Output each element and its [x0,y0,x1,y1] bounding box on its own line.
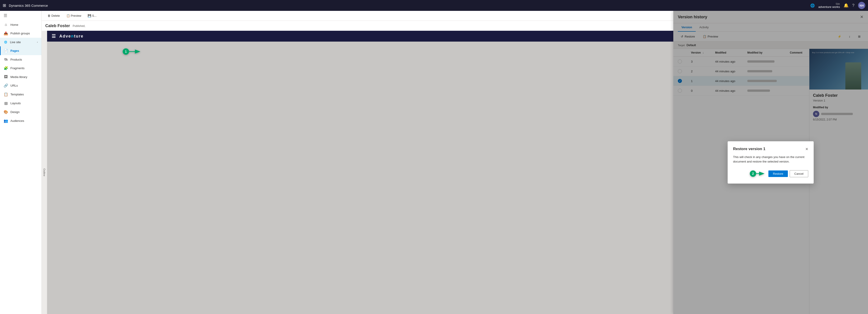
avatar[interactable]: NH [858,2,865,9]
site-selector[interactable]: 🌐 [810,3,815,8]
page-status: Published, [73,25,85,28]
outline-sidebar[interactable]: Outline [42,31,47,314]
sidebar-item-live-site[interactable]: 🌐 Live site ‹ [0,38,41,46]
sidebar-item-audiences[interactable]: 👥 Audiences [0,116,41,125]
site-label: Site [836,2,840,5]
modal-title: Restore version 1 [733,147,766,151]
site-name: adventure works [818,5,840,9]
page-title: Caleb Foster [45,24,70,28]
sidebar-label-live-site: Live site [10,40,21,44]
main-area: 🗑 Delete 📋 Preview 💾 S... Caleb Foster P… [42,11,868,314]
version-history-panel: Version history ✕ Version Activity ↺ Res… [673,11,868,314]
sidebar-label-design: Design [10,110,20,114]
sidebar-item-templates[interactable]: 📋 Templates [0,90,41,99]
sidebar-label-products: Products [10,58,22,61]
fragments-icon: 🧩 [4,66,8,70]
modal-body: This will check in any changes you have … [733,155,808,164]
sidebar-label-pages: Pages [10,49,19,53]
sidebar-item-home[interactable]: ⌂ Home [0,20,41,29]
modal-close-button[interactable]: ✕ [805,147,808,151]
sidebar-item-media-library[interactable]: 🖼 Media library [0,73,41,81]
sidebar-item-fragments[interactable]: 🧩 Fragments [0,64,41,73]
pages-icon: 📄 [4,48,8,53]
sidebar-item-products[interactable]: 🛍 Products [0,55,41,64]
arrow1-container: 1 [121,46,144,58]
sidebar-label-templates: Templates [10,93,24,96]
restore-version-modal: Restore version 1 ✕ This will check in a… [727,141,814,183]
arrow2-container: 2 [748,169,767,178]
save-icon: 💾 [88,14,91,18]
site-icon: 🌐 [810,3,815,8]
sidebar-label-layouts: Layouts [10,102,21,105]
products-icon: 🛍 [4,58,8,62]
layouts-icon: ▤ [4,101,8,105]
help-button[interactable]: ? [852,3,855,8]
sidebar-label-publish-groups: Publish groups [10,32,30,35]
modal-header: Restore version 1 ✕ [733,147,808,151]
grid-icon[interactable]: ⊞ [3,3,6,8]
sidebar: ☰ ⌂ Home 📤 Publish groups 🌐 Live site ‹ … [0,11,42,314]
svg-text:1: 1 [125,50,127,54]
preview-icon: 📋 [66,14,70,18]
sidebar-item-publish-groups[interactable]: 📤 Publish groups [0,29,41,38]
arrow2-badge: 2 [748,169,767,178]
restore-confirm-button[interactable]: Restore [768,170,788,177]
preview-nav-title: Adventure [59,34,84,39]
delete-icon: 🗑 [48,14,51,18]
sidebar-label-audiences: Audiences [10,119,24,123]
modal-footer: 2 Restore Cancel [733,169,808,178]
cancel-button[interactable]: Cancel [790,170,808,177]
audiences-icon: 👥 [4,119,8,123]
preview-nav-icon: ☰ [52,33,56,39]
sidebar-menu-toggle[interactable]: ☰ [0,11,41,20]
preview-button[interactable]: 📋 Preview [64,13,84,18]
save-button[interactable]: 💾 S... [85,13,99,18]
sidebar-label-home: Home [10,23,18,27]
live-site-badge: 🌐 [4,40,8,44]
site-info[interactable]: Site adventure works [818,2,840,9]
app-title: Dynamics 365 Commerce [9,4,808,7]
sidebar-item-layouts[interactable]: ▤ Layouts [0,99,41,108]
top-nav-right: 🌐 Site adventure works 🔔 ? NH [810,2,865,9]
sidebar-item-design[interactable]: 🎨 Design [0,108,41,116]
arrow1-badge: 1 [121,46,144,57]
urls-icon: 🔗 [4,83,8,88]
media-library-icon: 🖼 [4,75,8,79]
modal-overlay: Restore version 1 ✕ This will check in a… [673,11,868,314]
delete-button[interactable]: 🗑 Delete [45,13,62,18]
sidebar-label-fragments: Fragments [10,66,25,70]
top-navigation: ⊞ Dynamics 365 Commerce 🌐 Site adventure… [0,0,868,11]
home-icon: ⌂ [4,23,8,27]
notifications-button[interactable]: 🔔 [843,3,848,8]
sidebar-label-urls: URLs [10,84,18,87]
sidebar-item-urls[interactable]: 🔗 URLs [0,81,41,90]
sidebar-item-pages[interactable]: 📄 Pages [0,46,41,55]
sidebar-label-media-library: Media library [10,75,27,79]
svg-text:2: 2 [752,172,754,175]
templates-icon: 📋 [4,92,8,97]
publish-groups-icon: 📤 [4,31,8,35]
design-icon: 🎨 [4,110,8,114]
